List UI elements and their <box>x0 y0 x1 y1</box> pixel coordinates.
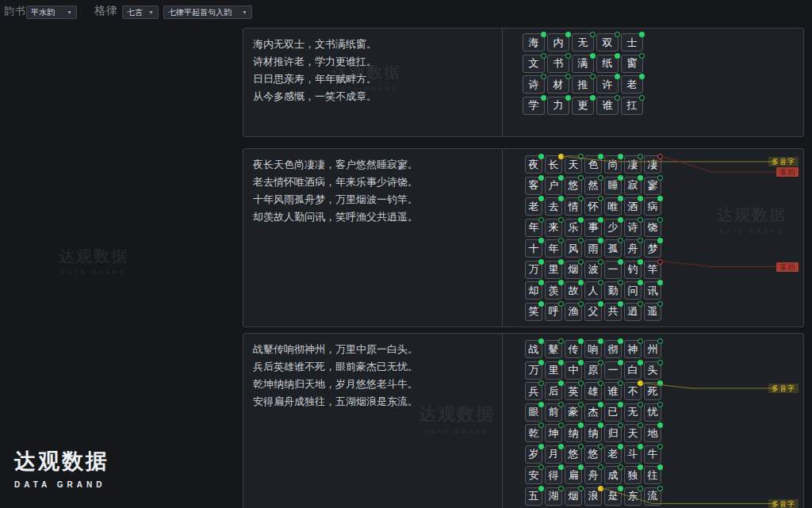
char-cell[interactable]: 舟 <box>584 466 602 484</box>
char-cell[interactable]: 内 <box>547 33 569 52</box>
char-cell[interactable]: 渔 <box>565 303 582 321</box>
char-cell[interactable]: 乐 <box>565 219 582 237</box>
char-cell[interactable]: 诗 <box>624 219 642 237</box>
char-cell[interactable]: 老 <box>621 75 643 94</box>
char-cell[interactable]: 去 <box>545 197 562 216</box>
char-cell[interactable]: 客 <box>525 177 542 195</box>
char-cell[interactable]: 梦 <box>644 239 661 258</box>
char-cell[interactable]: 波 <box>584 261 602 279</box>
char-cell[interactable]: 烟 <box>565 487 582 506</box>
char-cell[interactable]: 独 <box>624 466 642 484</box>
line-length-select[interactable]: 七言 ▼ <box>122 6 159 19</box>
char-cell[interactable]: 兵 <box>525 382 542 400</box>
char-cell[interactable]: 色 <box>584 155 602 174</box>
char-cell[interactable]: 原 <box>584 361 602 380</box>
char-cell[interactable]: 事 <box>584 219 602 237</box>
char-cell[interactable]: 已 <box>604 403 622 422</box>
char-cell[interactable]: 成 <box>604 466 622 484</box>
char-cell[interactable]: 父 <box>584 303 602 321</box>
char-cell[interactable]: 长 <box>545 155 562 174</box>
char-cell[interactable]: 凄 <box>624 155 642 174</box>
char-cell[interactable]: 一 <box>604 361 622 380</box>
char-cell[interactable]: 豪 <box>565 403 582 422</box>
char-cell[interactable]: 病 <box>644 197 661 216</box>
meter-pattern-select[interactable]: 七律平起首句入韵 ▼ <box>163 6 252 19</box>
char-cell[interactable]: 悠 <box>584 445 602 464</box>
char-cell[interactable]: 推 <box>572 75 594 94</box>
char-cell[interactable]: 万 <box>525 361 542 380</box>
char-cell[interactable]: 忧 <box>644 403 661 422</box>
char-cell[interactable]: 笑 <box>525 303 542 321</box>
char-cell[interactable]: 天 <box>624 424 642 442</box>
char-cell[interactable]: 来 <box>545 219 562 237</box>
char-cell[interactable]: 诗 <box>523 75 545 94</box>
char-cell[interactable]: 却 <box>525 281 542 300</box>
char-cell[interactable]: 一 <box>604 261 622 279</box>
char-cell[interactable]: 悠 <box>565 177 582 195</box>
char-cell[interactable]: 双 <box>596 33 619 52</box>
char-cell[interactable]: 是 <box>604 487 622 506</box>
char-cell[interactable]: 雄 <box>584 382 602 400</box>
char-cell[interactable]: 共 <box>604 303 622 321</box>
char-cell[interactable]: 竿 <box>644 261 661 279</box>
char-cell[interactable]: 更 <box>572 97 594 115</box>
char-cell[interactable]: 牛 <box>644 445 661 464</box>
char-cell[interactable]: 怀 <box>584 197 602 216</box>
char-cell[interactable]: 纳 <box>565 424 582 442</box>
char-cell[interactable]: 孤 <box>604 239 622 258</box>
char-cell[interactable]: 故 <box>565 281 582 300</box>
char-cell[interactable]: 年 <box>525 219 542 237</box>
char-cell[interactable]: 彻 <box>604 340 622 358</box>
char-cell[interactable]: 战 <box>525 340 542 358</box>
char-cell[interactable]: 不 <box>624 382 642 400</box>
char-cell[interactable]: 舟 <box>624 239 642 258</box>
char-cell[interactable]: 神 <box>624 340 642 358</box>
char-cell[interactable]: 士 <box>621 33 643 52</box>
char-cell[interactable]: 纸 <box>596 55 619 73</box>
char-cell[interactable]: 东 <box>624 487 642 506</box>
char-cell[interactable]: 夜 <box>525 155 542 174</box>
char-cell[interactable]: 头 <box>644 361 661 380</box>
char-cell[interactable]: 白 <box>624 361 642 380</box>
char-cell[interactable]: 扛 <box>621 97 643 115</box>
char-cell[interactable]: 万 <box>525 261 542 279</box>
char-cell[interactable]: 逍 <box>624 303 642 321</box>
char-cell[interactable]: 满 <box>572 55 594 73</box>
char-cell[interactable]: 海 <box>523 33 545 52</box>
char-cell[interactable]: 谁 <box>604 382 622 400</box>
char-cell[interactable]: 讯 <box>644 281 661 300</box>
char-cell[interactable]: 乾 <box>525 424 542 442</box>
char-cell[interactable]: 户 <box>545 177 562 195</box>
char-cell[interactable]: 眼 <box>525 403 542 422</box>
char-cell[interactable]: 老 <box>604 445 622 464</box>
char-cell[interactable]: 呼 <box>545 303 562 321</box>
char-cell[interactable]: 力 <box>547 97 569 115</box>
char-cell[interactable]: 岁 <box>525 445 542 464</box>
char-cell[interactable]: 睡 <box>604 177 622 195</box>
char-cell[interactable]: 文 <box>523 55 545 73</box>
rhyme-book-select[interactable]: 平水韵 ▼ <box>26 6 77 19</box>
char-cell[interactable]: 杰 <box>584 403 602 422</box>
char-cell[interactable]: 地 <box>644 424 661 442</box>
char-cell[interactable]: 里 <box>545 261 562 279</box>
char-cell[interactable]: 响 <box>584 340 602 358</box>
char-cell[interactable]: 寥 <box>644 177 661 195</box>
char-cell[interactable]: 浪 <box>584 487 602 506</box>
char-cell[interactable]: 得 <box>545 466 562 484</box>
char-cell[interactable]: 传 <box>565 340 582 358</box>
char-cell[interactable]: 年 <box>545 239 562 258</box>
char-cell[interactable]: 烟 <box>565 261 582 279</box>
char-cell[interactable]: 安 <box>525 466 542 484</box>
char-cell[interactable]: 里 <box>545 361 562 380</box>
char-cell[interactable]: 钓 <box>624 261 642 279</box>
char-cell[interactable]: 唯 <box>604 197 622 216</box>
char-cell[interactable]: 凄 <box>644 155 661 174</box>
char-cell[interactable]: 许 <box>596 75 619 94</box>
char-cell[interactable]: 斗 <box>624 445 642 464</box>
char-cell[interactable]: 悠 <box>565 445 582 464</box>
char-cell[interactable]: 勤 <box>604 281 622 300</box>
char-cell[interactable]: 鼙 <box>545 340 562 358</box>
char-cell[interactable]: 十 <box>525 239 542 258</box>
char-cell[interactable]: 遥 <box>644 303 661 321</box>
char-cell[interactable]: 纳 <box>584 424 602 442</box>
